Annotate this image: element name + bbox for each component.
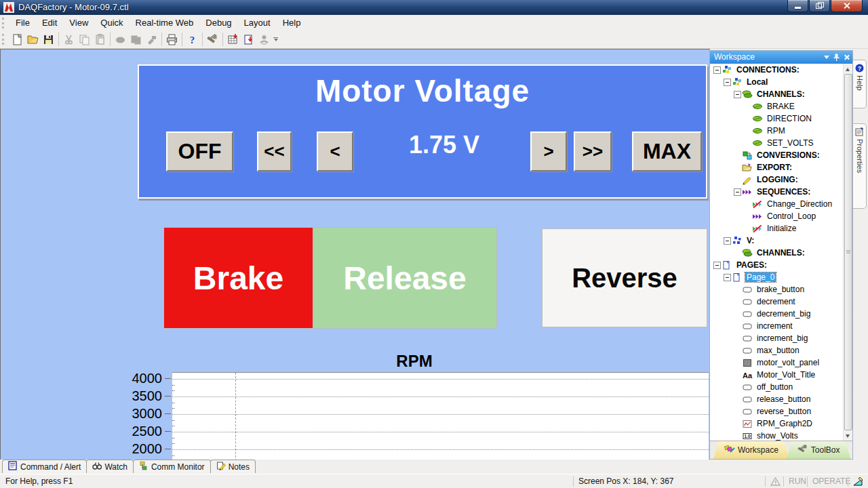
tree-item-brake-button[interactable]: brake_button [710, 283, 844, 296]
help-tab-label: Help [856, 75, 864, 91]
open-file-button[interactable] [25, 32, 41, 47]
tab-notes[interactable]: Notes [210, 460, 256, 473]
tree-item-sequences[interactable]: SEQUENCES: [710, 186, 844, 198]
menu-quick[interactable]: Quick [94, 16, 129, 29]
properties-icon [855, 127, 864, 136]
workspace-header[interactable]: Workspace [710, 51, 852, 64]
tree-item-rpm-graph2d[interactable]: RPM_Graph2D [710, 418, 844, 430]
tree-item-increment[interactable]: increment [710, 320, 844, 332]
tree-item-connections[interactable]: CONNECTIONS: [710, 64, 844, 76]
tree-item-pages[interactable]: PAGES: [710, 259, 844, 271]
menu-help[interactable]: Help [277, 16, 307, 29]
tree-item-conversions[interactable]: CONVERSIONS: [710, 149, 844, 161]
tree-item-off-button[interactable]: off_button [710, 381, 844, 393]
reverse-button[interactable]: Reverse [542, 228, 707, 327]
component-value-icon: 1.0 [741, 431, 753, 441]
tree-item-decrement[interactable]: decrement [710, 296, 844, 308]
tab-label: Comm Monitor [151, 462, 205, 472]
layout-ruler-icon[interactable] [853, 476, 864, 487]
toolbar-separator [110, 33, 111, 46]
increment-button[interactable]: > [530, 131, 567, 171]
tree-item-channels[interactable]: CHANNELS: [710, 247, 844, 259]
export-icon [741, 163, 753, 172]
minor-tick [172, 385, 175, 386]
pin-icon[interactable] [833, 54, 840, 61]
minor-tick [172, 443, 175, 444]
tree-collapse-icon[interactable] [713, 66, 721, 74]
tab-workspace[interactable]: Workspace [713, 441, 789, 459]
restore-button[interactable] [809, 0, 830, 12]
menu-layout[interactable]: Layout [238, 16, 277, 29]
new-file-button[interactable] [9, 32, 25, 47]
toolbar: ? [0, 30, 868, 49]
tree-item-reverse-button[interactable]: reverse_button [710, 405, 844, 418]
minimize-button[interactable] [787, 0, 808, 12]
cut-button [61, 32, 77, 47]
tree-collapse-icon[interactable] [734, 188, 741, 196]
scroll-down-icon[interactable] [844, 431, 852, 441]
tab-properties[interactable]: Properties [853, 123, 867, 209]
tree-item-channels[interactable]: CHANNELS: [710, 88, 844, 100]
tree-item-motor-volt-panel[interactable]: motor_volt_panel [710, 357, 844, 369]
toolbar-overflow-icon[interactable] [273, 37, 278, 41]
tree-item-v[interactable]: V: [710, 235, 844, 247]
scrollbar-thumb[interactable] [844, 74, 852, 430]
increment-big-button[interactable]: >> [574, 131, 612, 171]
y-axis-tick-mark [165, 396, 171, 396]
tree-item-page-0[interactable]: Page_0 [710, 271, 844, 283]
menu-view[interactable]: View [63, 16, 94, 29]
status-screen-pos: Screen Pos X: 184, Y: 367 [578, 474, 674, 488]
tree-collapse-icon[interactable] [724, 79, 731, 86]
tree-item-initialize[interactable]: Initialize [710, 222, 844, 235]
max-button[interactable]: MAX [632, 131, 702, 171]
tree-item-increment-big[interactable]: increment_big [710, 332, 844, 344]
tab-watch[interactable]: Watch [86, 460, 134, 473]
tree-collapse-icon[interactable] [713, 262, 721, 269]
save-file-button[interactable] [41, 32, 56, 47]
print-button[interactable] [164, 32, 180, 47]
toolbar-grip[interactable] [2, 34, 6, 45]
tree-collapse-icon[interactable] [724, 237, 731, 245]
menu-debug[interactable]: Debug [199, 16, 237, 29]
tools-button[interactable] [205, 32, 220, 47]
channel-table-button[interactable] [225, 32, 241, 47]
brake-button[interactable]: Brake [163, 227, 313, 329]
tree-item-control-loop[interactable]: Control_Loop [710, 210, 844, 222]
tab-toolbox[interactable]: ToolBox [787, 441, 851, 459]
tab-help[interactable]: ? Help [853, 60, 867, 108]
rpm-graph-plot-area[interactable] [172, 372, 709, 460]
workspace-close-icon[interactable] [844, 54, 850, 60]
title-bar[interactable]: DAQFactory - Motor-09.7.ctl [0, 0, 868, 15]
tree-item-local[interactable]: Local [710, 76, 844, 88]
menu-real-time-web[interactable]: Real-time Web [130, 16, 200, 29]
tree-item-logging[interactable]: LOGGING: [710, 174, 844, 186]
tree-item-export[interactable]: EXPORT: [710, 161, 844, 174]
tree-item-change-direction[interactable]: Change_Direction [710, 198, 844, 210]
tree-item-release-button[interactable]: release_button [710, 393, 844, 405]
tree-item-show-volts[interactable]: 1.0show_Volts [710, 430, 844, 441]
tree-item-max-button[interactable]: max_button [710, 344, 844, 357]
tree-collapse-icon[interactable] [724, 274, 731, 281]
tree-scrollbar[interactable] [843, 64, 852, 441]
tab-command-alert[interactable]: Command / Alert [2, 460, 87, 473]
menu-file[interactable]: File [9, 16, 36, 29]
tree-collapse-icon[interactable] [734, 91, 741, 98]
tree-item-decrement-big[interactable]: decrement_big [710, 308, 844, 320]
menubar-grip[interactable] [2, 18, 6, 28]
close-button[interactable] [831, 0, 863, 12]
tab-comm-monitor[interactable]: Comm Monitor [133, 460, 211, 473]
tree-item-motor-volt-title[interactable]: AaMotor_Volt_Title [710, 369, 844, 381]
decrement-big-button[interactable]: << [257, 131, 292, 171]
off-button[interactable]: OFF [166, 131, 233, 171]
tree-item-set-volts[interactable]: SET_VOLTS [710, 137, 844, 149]
release-button[interactable]: Release [313, 227, 497, 329]
tree-item-direction[interactable]: DIRECTION [710, 113, 844, 125]
scroll-up-icon[interactable] [844, 64, 852, 74]
menu-edit[interactable]: Edit [36, 16, 63, 29]
export-page-button[interactable] [241, 32, 256, 47]
tree-item-rpm[interactable]: RPM [710, 125, 844, 137]
help-button[interactable]: ? [184, 32, 200, 47]
decrement-button[interactable]: < [317, 131, 353, 171]
tree-item-brake[interactable]: BRAKE [710, 100, 844, 113]
workspace-menu-icon[interactable] [824, 56, 829, 59]
